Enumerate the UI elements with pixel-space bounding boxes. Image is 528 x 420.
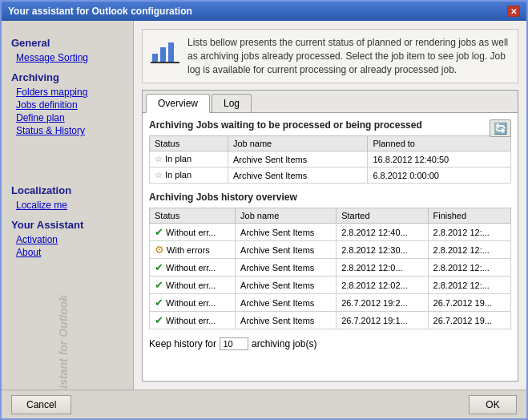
log-tab[interactable]: Log [212, 94, 252, 112]
window-title: Your assistant for Outlook configuration [8, 6, 192, 17]
star-icon: ☆ [155, 154, 163, 164]
waiting-col-jobname: Job name [228, 136, 367, 151]
waiting-row1-jobname: Archive Sent Items [228, 151, 367, 168]
waiting-jobs-table: Status Job name Planned to ☆ In plan [149, 135, 511, 184]
waiting-col-planned: Planned to [368, 136, 511, 151]
history-row-jobname: Archive Sent Items [236, 312, 337, 329]
history-col-jobname: Job name [236, 208, 337, 224]
history-row-jobname: Archive Sent Items [236, 277, 337, 294]
waiting-row2-jobname: Archive Sent Items [228, 168, 367, 184]
history-col-started: Started [337, 208, 428, 224]
chart-icon [151, 36, 179, 65]
history-row-started: 2.8.2012 12:40... [337, 224, 428, 241]
close-button[interactable]: ✕ [507, 6, 520, 17]
history-row-status: ✔ Without err... [150, 259, 236, 277]
history-row-status: ✔ Without err... [150, 312, 236, 329]
history-jobs-header: Archiving Jobs history overview [149, 192, 511, 203]
ok-button[interactable]: OK [469, 395, 517, 414]
cancel-button[interactable]: Cancel [11, 395, 71, 414]
localize-me-link[interactable]: Localize me [16, 200, 123, 211]
history-row-started: 2.8.2012 12:0... [337, 259, 428, 277]
waiting-row2-status: ☆ In plan [150, 168, 228, 184]
waiting-row1-planned: 16.8.2012 12:40:50 [368, 151, 511, 168]
svg-rect-2 [168, 42, 174, 62]
refresh-button[interactable]: 🔄 [490, 119, 511, 137]
tab-content: Archiving Jobs waiting to be processed o… [143, 113, 518, 381]
history-row-status: ✔ Without err... [150, 277, 236, 294]
section-title-your-assistant: Your Assistant [11, 219, 123, 231]
svg-rect-1 [160, 47, 166, 62]
check-icon: ✔ [155, 279, 163, 291]
waiting-row1-status: ☆ In plan [150, 151, 228, 168]
warning-icon: ⚙ [155, 244, 164, 256]
history-jobs-table: Status Job name Started Finished ✔ Witho… [149, 208, 511, 329]
sidebar-watermark: Your Assistant for Outlook [57, 297, 70, 390]
tab-bar: Overview Log [143, 91, 518, 113]
history-row-status: ⚙ With errors [150, 241, 236, 259]
history-row-started: 2.8.2012 12:30... [337, 241, 428, 259]
history-row-finished: 2.8.2012 12:... [428, 259, 510, 277]
content-area: Lists bellow presents the current status… [134, 21, 526, 390]
table-row[interactable]: ⚙ With errors Archive Sent Items 2.8.201… [150, 241, 511, 259]
message-sorting-link[interactable]: Message Sorting [16, 52, 123, 63]
main-window: Your assistant for Outlook configuration… [0, 0, 528, 420]
history-row-finished: 2.8.2012 12:... [428, 277, 510, 294]
history-row-jobname: Archive Sent Items [236, 241, 337, 259]
section-title-localization: Localization [11, 184, 123, 196]
table-row[interactable]: ✔ Without err... Archive Sent Items 26.7… [150, 312, 511, 329]
star-icon: ☆ [155, 170, 163, 180]
table-row[interactable]: ☆ In plan Archive Sent Items 16.8.2012 1… [150, 151, 511, 168]
about-link[interactable]: About [16, 247, 123, 258]
description-text: Lists bellow presents the current status… [187, 36, 510, 76]
history-col-status: Status [150, 208, 236, 224]
history-row-finished: 2.8.2012 12:... [428, 241, 510, 259]
svg-rect-3 [151, 62, 179, 63]
main-content: General Message Sorting Archiving Folder… [2, 21, 526, 390]
history-row-started: 26.7.2012 19:1... [337, 312, 428, 329]
waiting-jobs-header: Archiving Jobs waiting to be processed o… [149, 119, 511, 131]
activation-link[interactable]: Activation [16, 234, 123, 245]
check-icon: ✔ [155, 297, 163, 309]
table-row[interactable]: ✔ Without err... Archive Sent Items 2.8.… [150, 259, 511, 277]
table-row[interactable]: ✔ Without err... Archive Sent Items 2.8.… [150, 277, 511, 294]
jobs-definition-link[interactable]: Jobs definition [16, 99, 123, 111]
history-col-finished: Finished [428, 208, 510, 224]
history-row-started: 26.7.2012 19:2... [337, 294, 428, 312]
define-plan-link[interactable]: Define plan [16, 112, 123, 123]
table-row[interactable]: ☆ In plan Archive Sent Items 6.8.2012 0:… [150, 168, 511, 184]
check-icon: ✔ [155, 314, 163, 326]
section-title-archiving: Archiving [11, 71, 123, 83]
check-icon: ✔ [155, 226, 163, 238]
table-row[interactable]: ✔ Without err... Archive Sent Items 2.8.… [150, 224, 511, 241]
history-row-jobname: Archive Sent Items [236, 294, 337, 312]
svg-rect-0 [152, 54, 158, 62]
footer: Cancel OK [2, 390, 526, 418]
keep-history-label: Keep history for [149, 338, 216, 349]
sidebar: General Message Sorting Archiving Folder… [2, 21, 134, 390]
keep-history-suffix: archiving job(s) [252, 338, 316, 349]
title-bar: Your assistant for Outlook configuration… [2, 2, 526, 21]
keep-history-row: Keep history for archiving job(s) [149, 337, 511, 350]
history-row-finished: 26.7.2012 19... [428, 312, 510, 329]
folders-mapping-link[interactable]: Folders mapping [16, 87, 123, 98]
overview-tab[interactable]: Overview [146, 94, 210, 113]
history-row-finished: 26.7.2012 19... [428, 294, 510, 312]
history-row-jobname: Archive Sent Items [236, 224, 337, 241]
section-title-general: General [11, 37, 123, 49]
waiting-col-status: Status [150, 136, 228, 151]
history-row-jobname: Archive Sent Items [236, 259, 337, 277]
keep-history-input[interactable] [220, 337, 248, 350]
check-icon: ✔ [155, 261, 163, 273]
history-row-status: ✔ Without err... [150, 294, 236, 312]
history-row-finished: 2.8.2012 12:... [428, 224, 510, 241]
waiting-row2-planned: 6.8.2012 0:00:00 [368, 168, 511, 184]
description-box: Lists bellow presents the current status… [142, 29, 518, 83]
history-row-started: 2.8.2012 12:02... [337, 277, 428, 294]
tabs-container: Overview Log Archiving Jobs waiting to b… [142, 90, 518, 382]
table-row[interactable]: ✔ Without err... Archive Sent Items 26.7… [150, 294, 511, 312]
history-row-status: ✔ Without err... [150, 224, 236, 241]
status-history-link[interactable]: Status & History [16, 125, 123, 136]
